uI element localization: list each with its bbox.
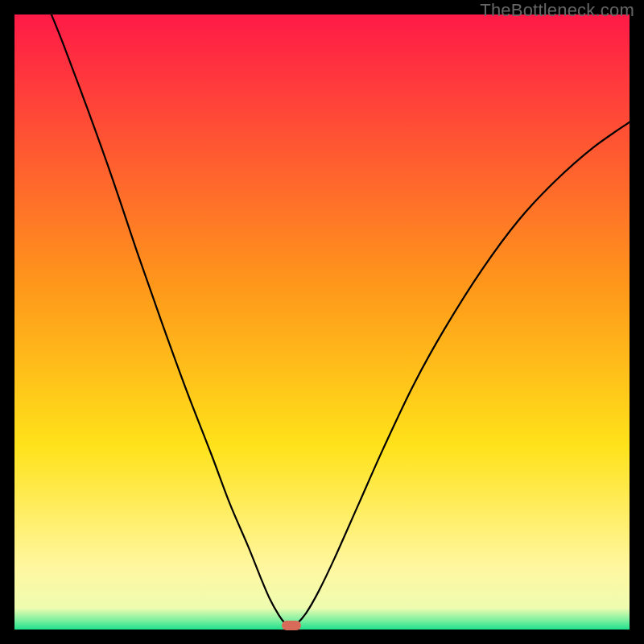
chart-background	[14, 14, 630, 630]
watermark-label: TheBottleneck.com	[480, 0, 634, 21]
chart-frame: TheBottleneck.com	[0, 0, 644, 644]
current-bottleneck-marker	[282, 621, 301, 630]
chart-svg	[14, 14, 630, 630]
plot-area	[14, 14, 630, 630]
